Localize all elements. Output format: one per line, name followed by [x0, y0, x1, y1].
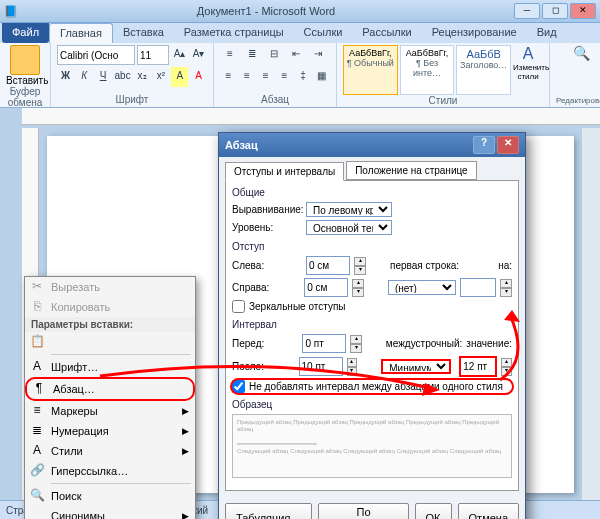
align-right-button[interactable]: ≡ — [257, 67, 274, 87]
ctx-paragraph[interactable]: ¶Абзац… — [25, 377, 195, 401]
maximize-button[interactable]: ◻ — [542, 3, 568, 19]
cancel-button[interactable]: Отмена — [458, 503, 519, 519]
numbering-icon: ≣ — [29, 423, 45, 439]
preview-box: Предыдущий абзац Предыдущий абзац Предыд… — [232, 414, 512, 478]
first-line-by-input[interactable] — [460, 278, 496, 297]
ctx-synonyms[interactable]: Синонимы▶ — [25, 506, 195, 519]
line-spacing-select[interactable]: Минимум — [381, 359, 451, 374]
font-size-select[interactable] — [137, 45, 169, 65]
ctx-search[interactable]: 🔍Поиск — [25, 486, 195, 506]
space-before-input[interactable] — [302, 334, 346, 353]
ctx-font[interactable]: AШрифт… — [25, 357, 195, 377]
word-icon: 📘 — [4, 5, 18, 18]
ctx-paste-header: Параметры вставки: — [25, 317, 195, 332]
ctx-paste-option[interactable]: 📋 — [25, 332, 195, 352]
dialog-help-button[interactable]: ? — [473, 136, 495, 154]
no-space-same-style-checkbox[interactable] — [232, 380, 245, 393]
ok-button[interactable]: ОК — [415, 503, 452, 519]
ctx-numbering[interactable]: ≣Нумерация▶ — [25, 421, 195, 441]
section-spacing: Интервал — [232, 319, 512, 330]
dialog-tab-indents[interactable]: Отступы и интервалы — [225, 162, 344, 181]
strike-button[interactable]: abc — [114, 67, 132, 87]
numbering-button[interactable]: ≣ — [242, 45, 262, 65]
default-button[interactable]: По умолчанию — [318, 503, 408, 519]
shading-button[interactable]: ▦ — [313, 67, 330, 87]
group-editing: Редактирование — [556, 96, 600, 105]
font-color-button[interactable]: А — [190, 67, 207, 87]
group-paragraph: Абзац — [220, 94, 330, 105]
italic-button[interactable]: К — [76, 67, 93, 87]
paragraph-icon: ¶ — [31, 381, 47, 397]
first-line-select[interactable]: (нет) — [388, 280, 456, 295]
ctx-cut[interactable]: ✂Вырезать — [25, 277, 195, 297]
sup-button[interactable]: x² — [153, 67, 170, 87]
dedent-button[interactable]: ⇤ — [286, 45, 306, 65]
bold-button[interactable]: Ж — [57, 67, 74, 87]
indent-right-input[interactable] — [304, 278, 348, 297]
indent-button[interactable]: ⇥ — [308, 45, 328, 65]
highlight-button[interactable]: А — [171, 67, 188, 87]
section-general: Общие — [232, 187, 512, 198]
paste-button[interactable]: Вставить — [6, 45, 44, 86]
ctx-copy[interactable]: ⎘Копировать — [25, 297, 195, 317]
style-heading1[interactable]: АаБбВЗаголово… — [456, 45, 511, 95]
line-spacing-button[interactable]: ‡ — [295, 67, 312, 87]
change-styles-button[interactable]: AИзменить стили — [513, 45, 543, 95]
dialog-tab-position[interactable]: Положение на странице — [346, 161, 476, 180]
ctx-styles[interactable]: AСтили▶ — [25, 441, 195, 461]
shrink-font-button[interactable]: A▾ — [190, 45, 207, 65]
line-spacing-at-input[interactable] — [459, 356, 497, 377]
tab-review[interactable]: Рецензирование — [422, 23, 527, 43]
tab-home[interactable]: Главная — [49, 23, 113, 43]
alignment-select[interactable]: По левому краю — [306, 202, 392, 217]
cut-icon: ✂ — [29, 279, 45, 295]
outline-level-select[interactable]: Основной текст — [306, 220, 392, 235]
group-clipboard: Буфер обмена — [6, 86, 44, 108]
context-menu: ✂Вырезать ⎘Копировать Параметры вставки:… — [24, 276, 196, 519]
ruler-horizontal[interactable] — [22, 108, 600, 125]
sub-button[interactable]: x₂ — [134, 67, 151, 87]
indent-left-input[interactable] — [306, 256, 350, 275]
mirror-indents-checkbox[interactable] — [232, 300, 245, 313]
window-title: Документ1 - Microsoft Word — [18, 5, 514, 17]
tabs-button[interactable]: Табуляция… — [225, 503, 312, 519]
search-icon: 🔍 — [29, 488, 45, 504]
space-after-input[interactable] — [299, 357, 343, 376]
section-preview: Образец — [232, 399, 512, 410]
group-styles: Стили — [343, 95, 543, 106]
minimize-button[interactable]: ─ — [514, 3, 540, 19]
tab-file[interactable]: Файл — [2, 23, 49, 43]
multilevel-button[interactable]: ⊟ — [264, 45, 284, 65]
dialog-close-button[interactable]: ✕ — [497, 136, 519, 154]
underline-button[interactable]: Ч — [95, 67, 112, 87]
ctx-bullets[interactable]: ≡Маркеры▶ — [25, 401, 195, 421]
spin-up[interactable]: ▴ — [354, 257, 366, 266]
tab-refs[interactable]: Ссылки — [294, 23, 353, 43]
style-normal[interactable]: АаБбВвГг,¶ Обычный — [343, 45, 398, 95]
ctx-hyperlink[interactable]: 🔗Гиперссылка… — [25, 461, 195, 481]
link-icon: 🔗 — [29, 463, 45, 479]
align-center-button[interactable]: ≡ — [239, 67, 256, 87]
tab-view[interactable]: Вид — [527, 23, 567, 43]
styles-icon: A — [29, 443, 45, 459]
style-nospacing[interactable]: АаБбВвГг,¶ Без инте… — [400, 45, 455, 95]
font-name-select[interactable] — [57, 45, 135, 65]
copy-icon: ⎘ — [29, 299, 45, 315]
grow-font-button[interactable]: A▴ — [171, 45, 188, 65]
bullets-icon: ≡ — [29, 403, 45, 419]
align-left-button[interactable]: ≡ — [220, 67, 237, 87]
dialog-title: Абзац — [225, 139, 258, 151]
scrollbar-vertical[interactable] — [582, 128, 600, 501]
group-font: Шрифт — [57, 94, 207, 105]
find-button[interactable]: 🔍 — [556, 45, 600, 61]
bullets-button[interactable]: ≡ — [220, 45, 240, 65]
tab-mail[interactable]: Рассылки — [352, 23, 421, 43]
paragraph-dialog: Абзац ? ✕ Отступы и интервалы Положение … — [218, 132, 526, 519]
justify-button[interactable]: ≡ — [276, 67, 293, 87]
spin-down[interactable]: ▾ — [354, 266, 366, 275]
section-indent: Отступ — [232, 241, 512, 252]
font-icon: A — [29, 359, 45, 375]
close-button[interactable]: ✕ — [570, 3, 596, 19]
tab-layout[interactable]: Разметка страницы — [174, 23, 294, 43]
tab-insert[interactable]: Вставка — [113, 23, 174, 43]
